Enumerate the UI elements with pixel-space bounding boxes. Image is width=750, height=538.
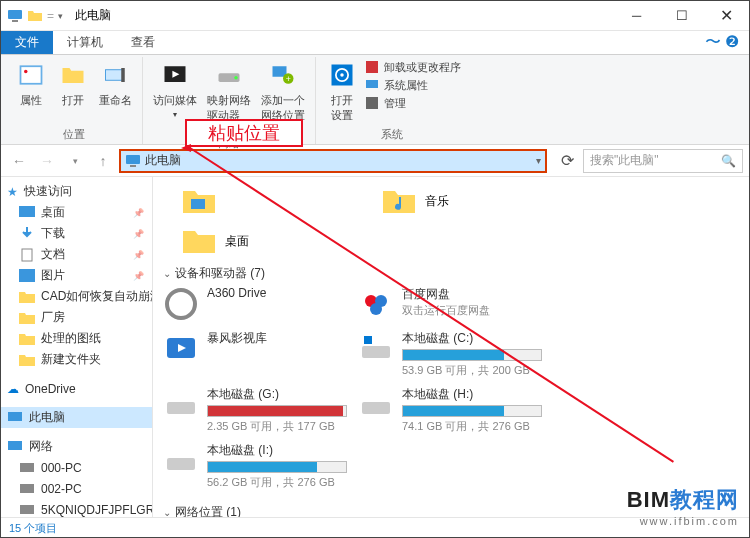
- sidebar-desktop[interactable]: 桌面: [1, 202, 152, 223]
- open-button[interactable]: 打开: [53, 57, 93, 127]
- address-bar[interactable]: 此电脑 ▾: [119, 149, 547, 173]
- ribbon-group-label: 位置: [63, 127, 85, 144]
- status-text: 15 个项目: [9, 521, 57, 536]
- folder-icon: [181, 223, 217, 259]
- svg-rect-27: [20, 484, 34, 493]
- drive-c[interactable]: 本地磁盘 (C:)53.9 GB 可用，共 200 GB: [358, 330, 553, 378]
- sidebar-pc-5kq[interactable]: 5KQNIQDJFJPFLGR: [1, 499, 152, 517]
- sidebar[interactable]: ★快速访问 桌面 下载 文档 图片 CAD如何恢复自动崩溃 厂房 处理的图纸 新…: [1, 177, 153, 517]
- ribbon-group-system: 打开 设置 卸载或更改程序 系统属性 管理 系统: [316, 57, 467, 144]
- back-button[interactable]: ←: [7, 149, 31, 173]
- sidebar-thispc[interactable]: 此电脑: [1, 407, 152, 428]
- drive-i[interactable]: 本地磁盘 (I:)56.2 GB 可用，共 276 GB: [163, 442, 358, 490]
- folder-music[interactable]: 音乐: [381, 183, 561, 219]
- rename-button[interactable]: 重命名: [95, 57, 136, 127]
- svg-rect-24: [8, 412, 22, 421]
- minimize-button[interactable]: ─: [614, 2, 659, 30]
- open-settings-button[interactable]: 打开 设置: [322, 57, 362, 127]
- drive-icon: [163, 442, 199, 478]
- svg-rect-39: [364, 336, 372, 344]
- device-baidu[interactable]: 百度网盘双击运行百度网盘: [358, 286, 553, 322]
- main-panel[interactable]: 音乐 桌面 ⌄设备和驱动器 (7) A360 Drive 百度网盘双击运行百度网…: [153, 177, 749, 517]
- annotation-arrow-icon: [181, 144, 191, 152]
- svg-rect-21: [19, 206, 35, 217]
- address-text: 此电脑: [145, 152, 181, 169]
- device-baofeng[interactable]: 暴风影视库: [163, 330, 358, 378]
- ribbon-help-icon[interactable]: 〜 ❷: [695, 31, 749, 54]
- forward-button[interactable]: →: [35, 149, 59, 173]
- search-icon: 🔍: [721, 154, 736, 168]
- svg-rect-38: [362, 346, 390, 358]
- drive-g[interactable]: 本地磁盘 (G:)2.35 GB 可用，共 177 GB: [163, 386, 358, 434]
- system-properties-button[interactable]: 系统属性: [364, 77, 461, 93]
- svg-point-3: [24, 70, 28, 74]
- svg-rect-17: [366, 80, 378, 88]
- recent-dropdown[interactable]: ▾: [63, 149, 87, 173]
- annotation-box: 粘贴位置: [185, 119, 303, 147]
- sidebar-pictures[interactable]: 图片: [1, 265, 152, 286]
- baidu-icon: [358, 286, 394, 322]
- svg-rect-40: [167, 402, 195, 414]
- music-folder-icon: [381, 183, 417, 219]
- sidebar-quick-access[interactable]: ★快速访问: [1, 181, 152, 202]
- svg-rect-0: [8, 10, 22, 19]
- qat-dropdown[interactable]: ▾: [58, 11, 63, 21]
- svg-rect-16: [366, 61, 378, 73]
- ribbon-group-location: 属性 打开 重命名 位置: [5, 57, 143, 144]
- thispc-icon: [125, 153, 141, 169]
- svg-rect-28: [20, 505, 34, 514]
- svg-rect-19: [126, 155, 140, 164]
- sidebar-network[interactable]: 网络: [1, 436, 152, 457]
- drive-icon: [358, 386, 394, 422]
- maximize-button[interactable]: ☐: [659, 2, 704, 30]
- sidebar-downloads[interactable]: 下载: [1, 223, 152, 244]
- watermark: BIM教程网 www.ifbim.com: [627, 485, 739, 527]
- svg-point-9: [234, 76, 238, 80]
- refresh-button[interactable]: ⟳: [555, 149, 579, 173]
- drive-h[interactable]: 本地磁盘 (H:)74.1 GB 可用，共 276 GB: [358, 386, 553, 434]
- folder-icon: [181, 183, 217, 219]
- tab-view[interactable]: 查看: [117, 31, 169, 54]
- svg-point-32: [167, 290, 195, 318]
- search-placeholder: 搜索"此电脑": [590, 152, 659, 169]
- svg-text:+: +: [286, 74, 291, 84]
- sidebar-folder-cad[interactable]: CAD如何恢复自动崩溃: [1, 286, 152, 307]
- uninstall-programs-button[interactable]: 卸载或更改程序: [364, 59, 461, 75]
- svg-rect-20: [130, 165, 136, 167]
- sidebar-onedrive[interactable]: ☁OneDrive: [1, 378, 152, 399]
- close-button[interactable]: ✕: [704, 2, 749, 30]
- properties-button[interactable]: 属性: [11, 57, 51, 127]
- up-button[interactable]: ↑: [91, 149, 115, 173]
- svg-rect-26: [20, 463, 34, 472]
- sidebar-folder-drawings[interactable]: 处理的图纸: [1, 328, 152, 349]
- sidebar-pc-000[interactable]: 000-PC: [1, 457, 152, 478]
- sidebar-documents[interactable]: 文档: [1, 244, 152, 265]
- search-box[interactable]: 搜索"此电脑" 🔍: [583, 149, 743, 173]
- svg-rect-22: [22, 249, 32, 261]
- ribbon-group-label: 系统: [381, 127, 403, 144]
- tab-computer[interactable]: 计算机: [53, 31, 117, 54]
- svg-rect-5: [121, 68, 125, 82]
- svg-rect-23: [19, 269, 35, 282]
- device-a360[interactable]: A360 Drive: [163, 286, 358, 322]
- svg-rect-1: [12, 20, 18, 22]
- folder-icon: [27, 8, 43, 24]
- address-dropdown-icon[interactable]: ▾: [536, 155, 541, 166]
- content-area: ★快速访问 桌面 下载 文档 图片 CAD如何恢复自动崩溃 厂房 处理的图纸 新…: [1, 177, 749, 517]
- svg-rect-2: [21, 66, 42, 84]
- svg-point-35: [370, 303, 382, 315]
- svg-rect-31: [191, 199, 205, 209]
- devices-section-header[interactable]: ⌄设备和驱动器 (7): [163, 265, 739, 282]
- sidebar-pc-002[interactable]: 002-PC: [1, 478, 152, 499]
- sidebar-folder-new[interactable]: 新建文件夹: [1, 349, 152, 370]
- svg-rect-18: [366, 97, 378, 109]
- video-icon: [163, 330, 199, 366]
- ribbon-tabs: 文件 计算机 查看 〜 ❷: [1, 31, 749, 55]
- ribbon: 属性 打开 重命名 位置 访问媒体▾ 映射网络 驱动器▾ +添加一个 网络位置 …: [1, 55, 749, 145]
- manage-button[interactable]: 管理: [364, 95, 461, 111]
- sidebar-folder-factory[interactable]: 厂房: [1, 307, 152, 328]
- qat-separator: =: [47, 9, 54, 23]
- thispc-icon: [7, 8, 23, 24]
- svg-rect-4: [105, 70, 123, 81]
- tab-file[interactable]: 文件: [1, 31, 53, 54]
